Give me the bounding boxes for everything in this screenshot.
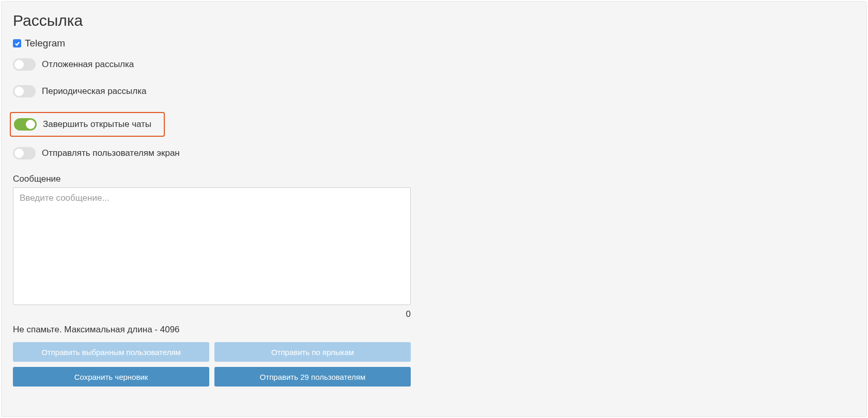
- button-row-1: Отправить выбранным пользователям Отправ…: [13, 342, 411, 362]
- telegram-checkbox[interactable]: [13, 39, 21, 47]
- close-chats-toggle-label: Завершить открытые чаты: [43, 119, 151, 130]
- delayed-toggle[interactable]: [13, 58, 36, 71]
- toggle-knob: [14, 60, 24, 69]
- check-icon: [14, 41, 20, 46]
- close-chats-toggle[interactable]: [14, 118, 37, 131]
- button-row-2: Сохранить черновик Отправить 29 пользова…: [13, 367, 411, 387]
- message-label: Сообщение: [13, 174, 855, 184]
- save-draft-button[interactable]: Сохранить черновик: [13, 367, 209, 387]
- page-title: Рассылка: [13, 12, 855, 29]
- send-screen-toggle-label: Отправлять пользователям экран: [42, 148, 180, 158]
- message-hint: Не спамьте. Максимальная длина - 4096: [13, 325, 855, 335]
- toggle-knob: [14, 149, 24, 158]
- send-screen-toggle-row: Отправлять пользователям экран: [13, 147, 855, 159]
- action-buttons: Отправить выбранным пользователям Отправ…: [13, 342, 411, 387]
- broadcast-panel: Рассылка Telegram Отложенная рассылка Пе…: [1, 1, 867, 417]
- telegram-channel-row: Telegram: [13, 38, 855, 49]
- telegram-label: Telegram: [25, 38, 65, 49]
- send-screen-toggle[interactable]: [13, 147, 36, 159]
- send-by-tags-button[interactable]: Отправить по ярлыкам: [214, 342, 411, 362]
- periodic-toggle[interactable]: [13, 85, 36, 98]
- send-selected-button[interactable]: Отправить выбранным пользователям: [13, 342, 209, 362]
- message-input[interactable]: [13, 187, 411, 305]
- delayed-toggle-row: Отложенная рассылка: [13, 58, 855, 71]
- periodic-toggle-row: Периодическая рассылка: [13, 85, 855, 98]
- send-to-users-button[interactable]: Отправить 29 пользователям: [214, 367, 411, 387]
- toggle-knob: [14, 87, 24, 96]
- close-chats-toggle-row: Завершить открытые чаты: [10, 112, 165, 137]
- periodic-toggle-label: Периодическая рассылка: [42, 86, 146, 97]
- delayed-toggle-label: Отложенная рассылка: [42, 59, 134, 70]
- toggle-knob: [26, 120, 35, 129]
- char-counter: 0: [13, 309, 411, 319]
